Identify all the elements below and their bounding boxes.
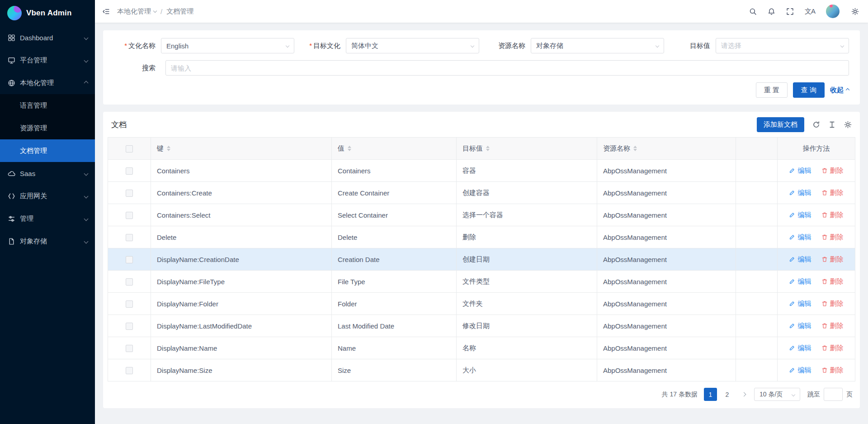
column-header-key[interactable]: 键 (151, 138, 332, 160)
delete-button[interactable]: 删除 (821, 167, 844, 175)
table-row: Containers Containers 容器 AbpOssManagemen… (108, 160, 855, 182)
sidebar-menu: Dashboard 平台管理 本地化管理 语言管理 (0, 26, 95, 424)
cell-value: Folder (332, 293, 457, 315)
edit-button[interactable]: 编辑 (789, 233, 811, 242)
delete-button[interactable]: 删除 (821, 255, 844, 264)
trash-icon (821, 345, 828, 351)
row-height-icon[interactable] (828, 121, 836, 129)
row-checkbox[interactable] (126, 323, 133, 330)
settings-gear-icon[interactable] (851, 8, 859, 15)
row-checkbox[interactable] (126, 278, 133, 286)
cell-blank (736, 271, 778, 293)
pencil-icon (789, 300, 795, 307)
table-row: DisplayName:LastModifiedDate Last Modifi… (108, 315, 855, 337)
sidebar-item-document-management[interactable]: 文档管理 (0, 139, 95, 162)
cell-target-value: 创建日期 (457, 248, 597, 271)
column-settings-gear-icon[interactable] (844, 121, 852, 129)
delete-button[interactable]: 删除 (821, 211, 844, 219)
pencil-icon (789, 323, 795, 329)
chevron-down-icon (471, 44, 474, 48)
target-value-select[interactable]: 请选择 (716, 38, 849, 53)
cell-blank (736, 337, 778, 359)
column-header-resource-name[interactable]: 资源名称 (597, 138, 736, 160)
sidebar-item-label: 本地化管理 (20, 79, 54, 87)
delete-button[interactable]: 删除 (821, 322, 844, 330)
row-checkbox[interactable] (126, 190, 133, 197)
collapse-link[interactable]: 收起 (830, 86, 849, 95)
sidebar-item-saas[interactable]: Saas (0, 162, 95, 185)
page-button-2[interactable]: 2 (721, 388, 734, 401)
required-asterisk: * (309, 42, 312, 49)
sidebar-item-resource-management[interactable]: 资源管理 (0, 117, 95, 139)
search-input[interactable] (165, 60, 849, 76)
cell-blank (736, 293, 778, 315)
field-target-value: 目标值 请选择 (669, 38, 849, 53)
next-page-button[interactable] (737, 388, 750, 401)
translate-icon[interactable]: 文A (805, 7, 815, 16)
sidebar-item-management[interactable]: 管理 (0, 207, 95, 230)
edit-button[interactable]: 编辑 (789, 277, 811, 286)
column-header-target-value[interactable]: 目标值 (457, 138, 597, 160)
query-button[interactable]: 查 询 (793, 82, 825, 98)
localization-icon (7, 79, 15, 87)
page-button-1[interactable]: 1 (704, 388, 717, 401)
cell-target-value: 大小 (457, 359, 597, 381)
search-icon[interactable] (749, 8, 757, 15)
chevron-down-icon (84, 216, 89, 221)
fullscreen-icon[interactable] (786, 8, 794, 15)
user-avatar[interactable] (826, 5, 840, 18)
edit-button[interactable]: 编辑 (789, 211, 811, 219)
edit-button[interactable]: 编辑 (789, 167, 811, 175)
page-size-select[interactable]: 10 条/页 (754, 388, 800, 401)
row-checkbox[interactable] (126, 212, 133, 219)
breadcrumb-parent[interactable]: 本地化管理 (117, 7, 156, 16)
edit-button[interactable]: 编辑 (789, 300, 811, 308)
delete-button[interactable]: 删除 (821, 189, 844, 197)
sidebar-item-dashboard[interactable]: Dashboard (0, 26, 95, 49)
column-header-value[interactable]: 值 (332, 138, 457, 160)
edit-button[interactable]: 编辑 (789, 366, 811, 375)
notification-bell-icon[interactable] (768, 8, 775, 15)
sidebar-item-localization[interactable]: 本地化管理 (0, 71, 95, 94)
sidebar-item-language-management[interactable]: 语言管理 (0, 94, 95, 117)
cell-key: DisplayName:Size (151, 359, 332, 381)
edit-button[interactable]: 编辑 (789, 322, 811, 330)
menu-fold-icon[interactable] (102, 8, 110, 15)
edit-button[interactable]: 编辑 (789, 344, 811, 353)
resource-name-select[interactable]: 对象存储 (531, 38, 664, 53)
delete-button[interactable]: 删除 (821, 277, 844, 286)
target-culture-select[interactable]: 简体中文 (346, 38, 479, 53)
select-all-checkbox[interactable] (126, 145, 133, 152)
row-checkbox[interactable] (126, 300, 133, 308)
sidebar-item-object-storage[interactable]: 对象存储 (0, 230, 95, 252)
cell-actions: 编辑 删除 (778, 337, 855, 359)
refresh-icon[interactable] (812, 121, 820, 129)
sidebar-item-label: Saas (20, 170, 35, 177)
edit-button[interactable]: 编辑 (789, 255, 811, 264)
row-checkbox[interactable] (126, 256, 133, 263)
row-checkbox[interactable] (126, 345, 133, 352)
delete-button[interactable]: 删除 (821, 344, 844, 353)
row-checkbox[interactable] (126, 367, 133, 374)
add-document-button[interactable]: 添加新文档 (757, 117, 804, 132)
row-checkbox[interactable] (126, 167, 133, 175)
app-logo[interactable]: Vben Admin (0, 0, 95, 26)
reset-button[interactable]: 重 置 (756, 82, 788, 98)
cell-value: Size (332, 359, 457, 381)
column-header-blank (736, 138, 778, 160)
sidebar-item-label: 语言管理 (20, 101, 47, 110)
sidebar-item-app-gateway[interactable]: 应用网关 (0, 185, 95, 207)
row-checkbox[interactable] (126, 234, 133, 241)
table-toolbar: 文档 添加新文档 (108, 112, 855, 137)
sort-icon (348, 146, 351, 151)
jump-to-page-input[interactable] (824, 388, 843, 401)
delete-button[interactable]: 删除 (821, 300, 844, 308)
delete-button[interactable]: 删除 (821, 233, 844, 242)
sidebar-item-platform[interactable]: 平台管理 (0, 49, 95, 71)
pencil-icon (789, 234, 795, 240)
culture-name-select[interactable]: English (161, 38, 294, 53)
delete-button[interactable]: 删除 (821, 366, 844, 375)
platform-icon (7, 56, 15, 64)
edit-button[interactable]: 编辑 (789, 189, 811, 197)
cell-key: Containers:Select (151, 204, 332, 226)
